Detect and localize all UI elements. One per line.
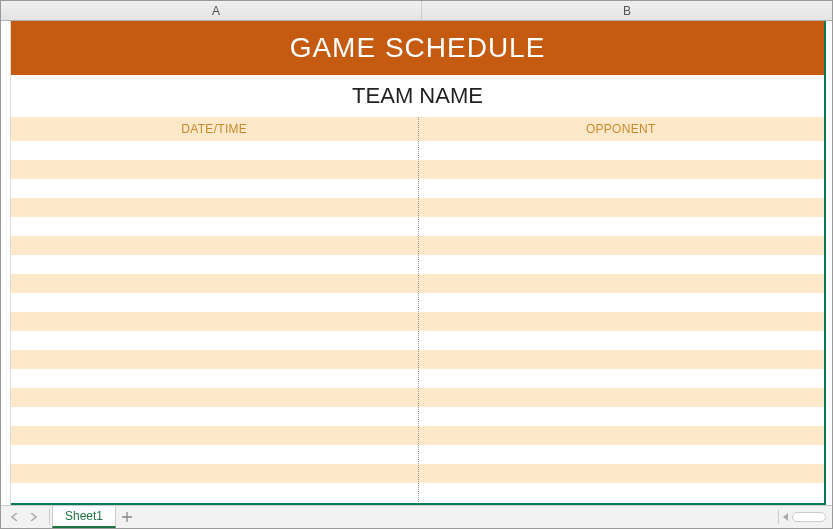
table-row[interactable] (11, 331, 824, 350)
cell-date-time[interactable] (11, 350, 418, 369)
cell-opponent[interactable] (418, 293, 825, 312)
column-header-row: A B (1, 1, 832, 21)
header-opponent[interactable]: OPPONENT (418, 117, 825, 141)
table-row[interactable] (11, 274, 824, 293)
table-row[interactable] (11, 198, 824, 217)
cell-date-time[interactable] (11, 255, 418, 274)
hscroll-track[interactable] (792, 512, 826, 522)
cell-date-time[interactable] (11, 312, 418, 331)
table-row[interactable] (11, 160, 824, 179)
cell-opponent[interactable] (418, 312, 825, 331)
table-header-row: DATE/TIME OPPONENT (11, 117, 824, 141)
title-cell[interactable]: GAME SCHEDULE (11, 21, 824, 75)
table-row[interactable] (11, 445, 824, 464)
add-sheet-button[interactable] (116, 506, 138, 528)
cell-opponent[interactable] (418, 350, 825, 369)
cell-opponent[interactable] (418, 426, 825, 445)
cell-opponent[interactable] (418, 331, 825, 350)
table-row[interactable] (11, 407, 824, 426)
table-row[interactable] (11, 369, 824, 388)
table-row[interactable] (11, 217, 824, 236)
table-row[interactable] (11, 141, 824, 160)
cell-date-time[interactable] (11, 426, 418, 445)
table-row[interactable] (11, 350, 824, 369)
cell-date-time[interactable] (11, 445, 418, 464)
hscroll-separator (778, 510, 779, 524)
tab-separator (49, 509, 50, 525)
table-row[interactable] (11, 464, 824, 483)
cell-opponent[interactable] (418, 217, 825, 236)
cell-opponent[interactable] (418, 388, 825, 407)
worksheet-area[interactable]: GAME SCHEDULE TEAM NAME DATE/TIME OPPONE… (11, 21, 826, 505)
cell-opponent[interactable] (418, 464, 825, 483)
table-body (11, 141, 824, 505)
cell-opponent[interactable] (418, 483, 825, 502)
cell-opponent[interactable] (418, 236, 825, 255)
cell-opponent[interactable] (418, 179, 825, 198)
cell-date-time[interactable] (11, 483, 418, 502)
cell-date-time[interactable] (11, 217, 418, 236)
cell-date-time[interactable] (11, 274, 418, 293)
tab-bar-spacer (138, 506, 778, 528)
column-header-b[interactable]: B (422, 1, 832, 20)
header-date-time[interactable]: DATE/TIME (11, 117, 418, 141)
sheet-tab-bar: Sheet1 (1, 505, 832, 528)
cell-date-time[interactable] (11, 407, 418, 426)
cell-date-time[interactable] (11, 464, 418, 483)
select-all-gutter[interactable] (1, 1, 11, 20)
subtitle-cell[interactable]: TEAM NAME (11, 75, 824, 117)
cell-date-time[interactable] (11, 369, 418, 388)
cell-date-time[interactable] (11, 179, 418, 198)
table-row[interactable] (11, 179, 824, 198)
cell-date-time[interactable] (11, 331, 418, 350)
cell-opponent[interactable] (418, 274, 825, 293)
cell-opponent[interactable] (418, 369, 825, 388)
table-row[interactable] (11, 312, 824, 331)
tab-nav-prev[interactable] (7, 509, 23, 525)
row-header-gutter[interactable] (1, 21, 11, 505)
table-row[interactable] (11, 483, 824, 502)
horizontal-scroll-group (778, 506, 832, 528)
cell-opponent[interactable] (418, 141, 825, 160)
table-row[interactable] (11, 255, 824, 274)
cell-opponent[interactable] (418, 198, 825, 217)
table-row[interactable] (11, 293, 824, 312)
cell-date-time[interactable] (11, 160, 418, 179)
cell-opponent[interactable] (418, 407, 825, 426)
table-row[interactable] (11, 426, 824, 445)
cell-date-time[interactable] (11, 388, 418, 407)
tab-nav-group (1, 506, 47, 528)
table-row[interactable] (11, 388, 824, 407)
table-row[interactable] (11, 236, 824, 255)
cell-date-time[interactable] (11, 198, 418, 217)
cell-opponent[interactable] (418, 160, 825, 179)
tab-nav-next[interactable] (25, 509, 41, 525)
cell-date-time[interactable] (11, 293, 418, 312)
column-header-a[interactable]: A (11, 1, 422, 20)
sheet-tab-active[interactable]: Sheet1 (52, 506, 116, 528)
hscroll-left-icon[interactable] (783, 513, 788, 521)
cell-opponent[interactable] (418, 445, 825, 464)
cell-date-time[interactable] (11, 141, 418, 160)
cell-opponent[interactable] (418, 255, 825, 274)
cell-date-time[interactable] (11, 236, 418, 255)
